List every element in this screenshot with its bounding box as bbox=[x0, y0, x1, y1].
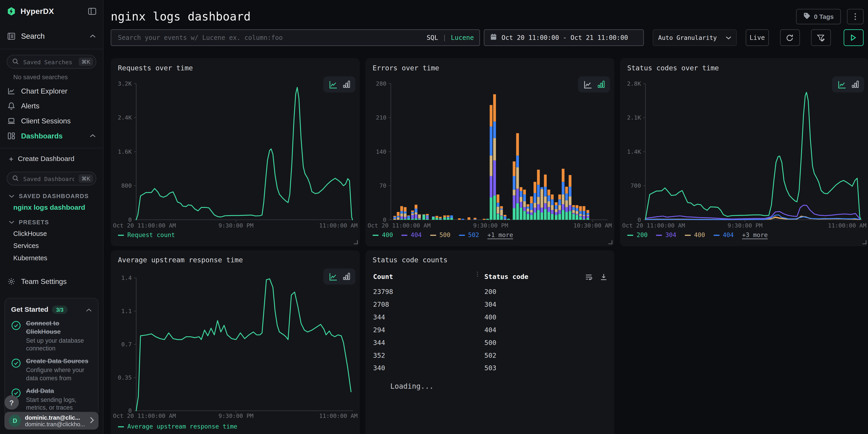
text-wrap-icon[interactable] bbox=[585, 273, 593, 283]
line-chart-toggle-icon[interactable] bbox=[329, 80, 337, 89]
bar-chart-toggle-icon[interactable] bbox=[342, 272, 350, 281]
status-codes-chart-canvas[interactable]: 07001.4K2.1K2.8KOct 20 11:00:00 AM9:30:0… bbox=[620, 58, 868, 246]
sidebar-item-label: Search bbox=[21, 32, 84, 40]
svg-text:2.4K: 2.4K bbox=[118, 114, 132, 121]
panel-resize-handle[interactable] bbox=[353, 240, 358, 244]
sidebar-item-services[interactable]: Services bbox=[13, 242, 103, 250]
check-circle-icon bbox=[11, 359, 21, 382]
legend-item-400[interactable]: 400 bbox=[685, 231, 705, 239]
column-header-count[interactable]: Count bbox=[373, 273, 393, 281]
svg-text:3.2K: 3.2K bbox=[118, 80, 132, 87]
event-search-input[interactable] bbox=[117, 33, 422, 42]
legend-more-link[interactable]: +3 more bbox=[742, 231, 768, 239]
panel-title: Requests over time bbox=[118, 64, 193, 72]
download-icon[interactable] bbox=[599, 273, 608, 283]
get-started-step-sources[interactable]: Create Data Sources Configure where your… bbox=[11, 357, 92, 382]
panel-title: Status code counts bbox=[373, 256, 447, 264]
presets-group-header[interactable]: PRESETS bbox=[9, 219, 103, 225]
chevron-up-icon[interactable] bbox=[86, 304, 92, 314]
legend-item-200[interactable]: 200 bbox=[627, 231, 648, 239]
svg-text:800: 800 bbox=[121, 182, 132, 189]
svg-text:Oct 20 11:00:00 AM: Oct 20 11:00:00 AM bbox=[113, 412, 176, 419]
get-started-title: Get Started bbox=[11, 306, 49, 313]
lucene-mode-toggle[interactable]: Lucene bbox=[451, 34, 474, 41]
upstream-chart-canvas[interactable]: 00.350.71.11.4Oct 20 11:00:00 AM9:30:00 … bbox=[111, 250, 360, 434]
sidebar-item-label: Dashboards bbox=[21, 132, 84, 140]
create-dashboard-button[interactable]: + Create Dashboard bbox=[0, 152, 103, 166]
divider bbox=[0, 49, 103, 49]
create-dashboard-label: Create Dashboard bbox=[18, 155, 74, 163]
sidebar-collapse-icon[interactable] bbox=[88, 7, 96, 15]
saved-searches-box: ⌘K bbox=[7, 55, 96, 69]
table-body: 2379820027083043444002944043445003525023… bbox=[366, 285, 615, 375]
svg-text:Oct 20 11:00:00 AM: Oct 20 11:00:00 AM bbox=[622, 222, 685, 229]
time-range-value: Oct 20 11:00:00 - Oct 21 11:00:00 bbox=[502, 34, 628, 41]
sidebar-item-chart-explorer[interactable]: Chart Explorer bbox=[0, 84, 103, 99]
saved-searches-input[interactable] bbox=[22, 58, 75, 66]
legend-item-average-upstream-response-time[interactable]: Average upstream response time bbox=[118, 423, 237, 430]
live-button[interactable]: Live bbox=[746, 29, 769, 46]
sidebar-item-clickhouse[interactable]: ClickHouse bbox=[13, 230, 103, 238]
run-query-button[interactable] bbox=[844, 29, 864, 46]
dashboards-grid-icon bbox=[7, 132, 16, 140]
get-started-step-add-data[interactable]: Add Data Start sending logs, metrics, or… bbox=[11, 387, 92, 411]
brand-name: HyperDX bbox=[21, 7, 84, 16]
line-chart-toggle-icon[interactable] bbox=[837, 80, 846, 89]
time-range-picker[interactable]: Oct 20 11:00:00 - Oct 21 11:00:00 bbox=[484, 29, 644, 46]
legend-dash bbox=[459, 235, 465, 236]
legend-item-500[interactable]: 500 bbox=[430, 231, 451, 239]
sidebar-item-team-settings[interactable]: Team Settings bbox=[0, 274, 103, 289]
legend-dash bbox=[656, 235, 662, 236]
requests-chart-canvas[interactable]: 08001.6K2.4K3.2KOct 20 11:00:00 AM9:30:0… bbox=[111, 58, 360, 246]
line-chart-toggle-icon[interactable] bbox=[583, 80, 592, 89]
svg-text:Oct 20 11:00:00 AM: Oct 20 11:00:00 AM bbox=[368, 222, 431, 229]
sql-mode-toggle[interactable]: SQL bbox=[427, 34, 438, 41]
panel-requests-over-time: 08001.6K2.4K3.2KOct 20 11:00:00 AM9:30:0… bbox=[111, 58, 360, 246]
table-row: 344400 bbox=[366, 311, 615, 324]
filter-button[interactable] bbox=[811, 29, 831, 46]
step-title: Add Data bbox=[26, 387, 92, 395]
get-started-step-connect[interactable]: Connect to ClickHouse Set up your databa… bbox=[11, 319, 92, 352]
bar-chart-toggle-icon[interactable] bbox=[342, 81, 350, 89]
column-resize-handle[interactable]: ⋮ bbox=[474, 272, 480, 277]
bar-chart-toggle-icon[interactable] bbox=[851, 81, 859, 89]
chevron-right-icon bbox=[90, 416, 94, 426]
legend-item-304[interactable]: 304 bbox=[656, 231, 677, 239]
legend-item-502[interactable]: 502 bbox=[459, 231, 479, 239]
sidebar-item-client-sessions[interactable]: Client Sessions bbox=[0, 114, 103, 128]
errors-chart-canvas[interactable]: 070140210280Oct 20 11:00:00 AM9:30:00 PM… bbox=[366, 58, 615, 246]
granularity-select[interactable]: Auto Granularity bbox=[653, 29, 737, 46]
legend-item-404[interactable]: 404 bbox=[401, 231, 422, 239]
table-row: 2708304 bbox=[366, 298, 615, 311]
table-row: 294404 bbox=[366, 324, 615, 337]
filter-edit-icon bbox=[817, 33, 825, 42]
tags-button[interactable]: 0 Tags bbox=[796, 9, 841, 24]
magnifier-icon bbox=[12, 57, 19, 67]
sidebar-item-nginx-logs-dashboard[interactable]: nginx logs dashboard bbox=[13, 204, 103, 212]
legend-item-request-count[interactable]: Request count bbox=[118, 231, 175, 239]
get-started-progress-badge: 3/3 bbox=[52, 305, 67, 314]
sidebar-item-search[interactable]: Search bbox=[0, 28, 103, 44]
column-header-status-code[interactable]: Status code bbox=[484, 273, 528, 281]
line-chart-toggle-icon[interactable] bbox=[329, 272, 337, 281]
saved-dashboards-group-header[interactable]: SAVED DASHBOARDS bbox=[9, 193, 103, 199]
svg-text:700: 700 bbox=[630, 182, 641, 189]
help-button[interactable]: ? bbox=[4, 395, 19, 410]
legend-more-link[interactable]: +1 more bbox=[488, 231, 513, 239]
panel-resize-handle[interactable] bbox=[609, 240, 612, 244]
user-account-card[interactable]: D dominic.tran@clic... dominic.tran@clic… bbox=[4, 412, 98, 430]
sidebar-item-alerts[interactable]: Alerts bbox=[0, 99, 103, 114]
step-description: Set up your database connection bbox=[26, 337, 92, 352]
bell-icon bbox=[7, 102, 16, 110]
sidebar-item-kubernetes[interactable]: Kubernetes bbox=[13, 254, 103, 262]
sidebar-item-dashboards[interactable]: Dashboards bbox=[0, 128, 103, 144]
saved-dashboards-input[interactable] bbox=[22, 175, 75, 182]
legend-item-404[interactable]: 404 bbox=[713, 231, 734, 239]
svg-text:Oct 20 11:00:00 AM: Oct 20 11:00:00 AM bbox=[113, 222, 176, 229]
refresh-button[interactable] bbox=[780, 29, 800, 46]
legend-item-400[interactable]: 400 bbox=[373, 231, 393, 239]
panel-resize-handle[interactable] bbox=[863, 240, 866, 244]
kebab-menu-button[interactable] bbox=[847, 9, 864, 24]
bar-chart-toggle-icon[interactable] bbox=[597, 81, 605, 89]
refresh-icon bbox=[785, 33, 794, 42]
